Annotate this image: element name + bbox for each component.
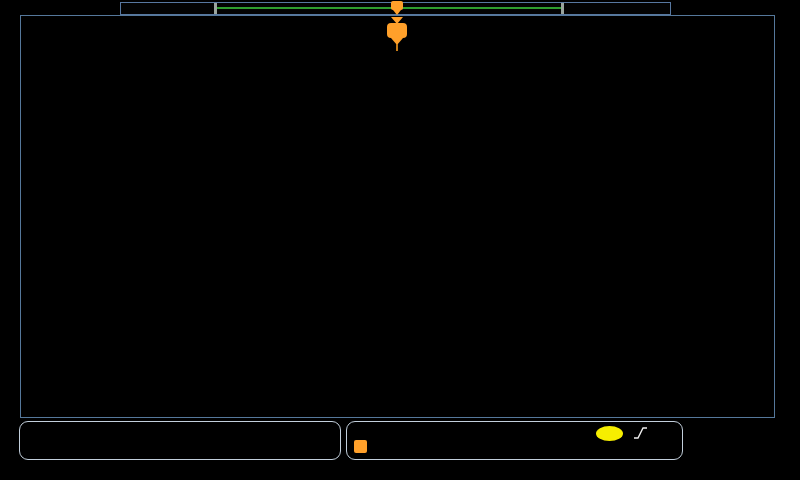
- trigger-source-badge[interactable]: [596, 426, 623, 441]
- oscilloscope-screen: [0, 0, 800, 480]
- waveform-display: [21, 16, 772, 415]
- trigger-slope-icon: [633, 425, 648, 445]
- channel-readouts-box: [19, 421, 341, 460]
- channel-4-badge[interactable]: [187, 441, 214, 456]
- trigger-position-readout[interactable]: [354, 440, 367, 457]
- trigger-position-flag-icon[interactable]: [386, 16, 408, 52]
- channel-3-badge[interactable]: [31, 441, 58, 456]
- graticule: [20, 15, 775, 418]
- window-bracket-left: [214, 3, 217, 14]
- window-bracket-right: [561, 3, 564, 14]
- horizontal-trigger-box: [346, 421, 683, 460]
- channel-1-badge[interactable]: [31, 426, 58, 441]
- trigger-t-icon: [354, 440, 367, 453]
- acquired-window-line: [217, 7, 562, 9]
- acq-bar-trigger-marker-icon[interactable]: [391, 1, 403, 16]
- channel-2-badge[interactable]: [187, 426, 214, 441]
